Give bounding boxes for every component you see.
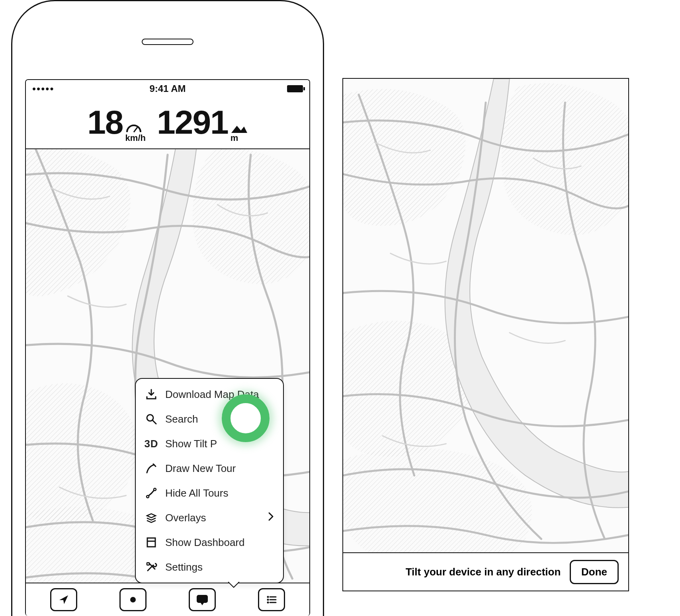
search-icon xyxy=(145,412,158,426)
svg-rect-7 xyxy=(147,538,155,547)
tools-icon xyxy=(145,560,158,574)
svg-rect-9 xyxy=(147,563,149,565)
svg-point-12 xyxy=(267,596,269,598)
map-menu-icon xyxy=(195,594,209,606)
altitude-metric: 1291 m xyxy=(157,103,248,143)
menu-item-settings[interactable]: Settings xyxy=(136,555,283,579)
bottom-tab-bar xyxy=(26,583,309,616)
record-dot-icon xyxy=(127,594,139,606)
menu-item-label: Draw New Tour xyxy=(165,462,236,475)
download-icon xyxy=(145,388,158,401)
device-frame: ••••• 9:41 AM 18 km/h 12 xyxy=(11,0,324,616)
tab-record[interactable] xyxy=(119,588,147,611)
menu-item-show-dashboard[interactable]: Show Dashboard xyxy=(136,530,283,555)
route-icon xyxy=(145,486,158,500)
device-speaker xyxy=(142,39,193,45)
speedometer-icon xyxy=(125,124,142,134)
map-options-popover: Download Map Data Search 3D Show Tilt P xyxy=(135,378,284,583)
mountain-icon xyxy=(231,124,248,134)
status-time: 9:41 AM xyxy=(26,83,309,94)
list-icon xyxy=(266,594,277,606)
tilt-hint-text: Tilt your device in any direction xyxy=(397,566,570,578)
svg-point-16 xyxy=(267,602,269,604)
menu-item-download-map[interactable]: Download Map Data xyxy=(136,382,283,407)
tab-list[interactable] xyxy=(258,588,285,611)
svg-point-14 xyxy=(267,599,269,601)
menu-item-label: Download Map Data xyxy=(165,388,259,401)
menu-item-label: Show Tilt P xyxy=(165,438,217,450)
menu-item-search[interactable]: Search xyxy=(136,407,283,431)
menu-item-label: Overlays xyxy=(165,512,206,524)
altitude-unit: m xyxy=(231,133,238,143)
menu-item-label: Search xyxy=(165,413,198,425)
svg-point-10 xyxy=(130,597,136,602)
menu-item-overlays[interactable]: Overlays xyxy=(136,505,283,530)
app-screen-right: Tilt your device in any direction Done xyxy=(342,78,629,591)
svg-line-4 xyxy=(152,420,156,424)
tab-map-menu[interactable] xyxy=(189,588,216,611)
speed-value: 18 xyxy=(87,103,123,142)
dashboard: 18 km/h 1291 m xyxy=(26,97,309,149)
speed-metric: 18 km/h xyxy=(87,103,146,143)
map-canvas-tilt[interactable] xyxy=(343,79,628,591)
menu-item-tilt-preview[interactable]: 3D Show Tilt P xyxy=(136,431,283,456)
menu-item-label: Settings xyxy=(165,561,203,573)
menu-item-label: Hide All Tours xyxy=(165,487,229,499)
popover-arrow xyxy=(228,582,239,588)
svg-rect-11 xyxy=(197,595,208,603)
tab-locate[interactable] xyxy=(50,588,77,611)
draw-icon xyxy=(145,462,158,475)
tilt-hint-bar: Tilt your device in any direction Done xyxy=(343,552,628,591)
altitude-value: 1291 xyxy=(157,103,228,142)
menu-item-draw-tour[interactable]: Draw New Tour xyxy=(136,456,283,481)
layers-icon xyxy=(145,511,158,524)
battery-icon xyxy=(287,85,303,92)
3d-text-icon: 3D xyxy=(145,437,158,450)
location-arrow-icon xyxy=(58,594,70,606)
done-button[interactable]: Done xyxy=(570,560,619,584)
speed-unit: km/h xyxy=(125,133,146,143)
menu-item-hide-tours[interactable]: Hide All Tours xyxy=(136,481,283,505)
dashboard-icon xyxy=(145,536,158,549)
status-bar: ••••• 9:41 AM xyxy=(26,80,309,97)
chevron-right-icon xyxy=(268,512,274,524)
menu-item-label: Show Dashboard xyxy=(165,536,244,549)
app-screen-left: ••••• 9:41 AM 18 km/h 12 xyxy=(25,79,310,616)
svg-line-2 xyxy=(134,127,137,132)
